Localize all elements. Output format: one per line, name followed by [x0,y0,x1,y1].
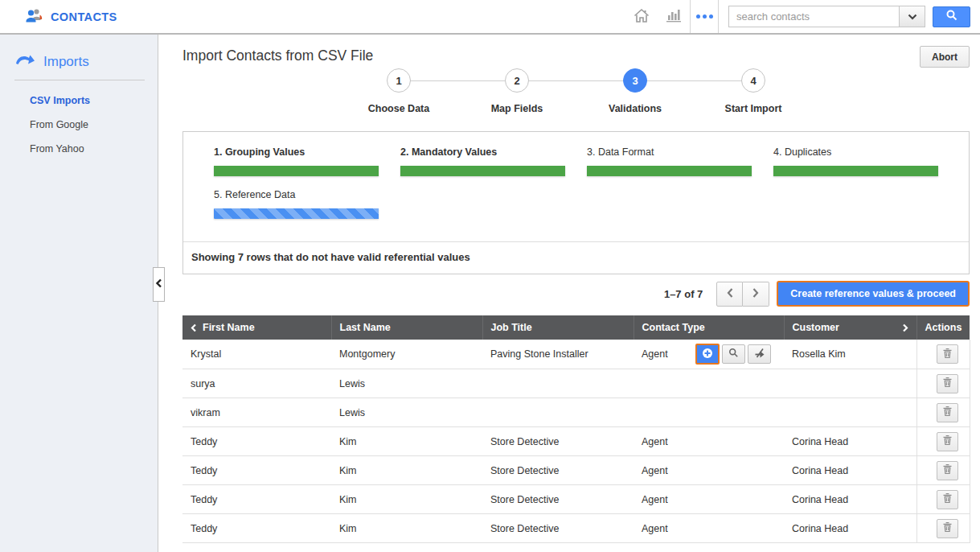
column-header-actions: Actions [916,315,970,340]
validation-duplicates: 4. Duplicates [773,146,938,176]
more-options-icon [696,14,713,19]
table-row: Teddy Kim Store Detective Agent Corina H… [182,485,970,514]
lookup-icon [728,348,739,360]
step-map-fields: 2 Map Fields [458,68,576,114]
table-row: Krystal Montgomery Paving Stone Installe… [182,340,970,369]
prev-page-icon [726,287,734,301]
app-title: CONTACTS [51,10,117,23]
step-circle-4: 4 [741,68,765,93]
lookup-button[interactable] [722,344,745,364]
collapse-sidebar-icon [155,278,162,290]
trash-icon [942,348,953,361]
skip-button[interactable] [748,344,771,364]
home-icon [633,7,650,27]
prev-page-button[interactable] [716,282,743,307]
trash-icon [942,406,953,419]
progress-bar-complete [400,166,565,176]
import-stepper: 1 Choose Data 2 Map Fields 3 Validations… [340,65,813,114]
sidebar-item-csv-imports[interactable]: CSV Imports [0,95,158,106]
validation-reference-data: 5. Reference Data [214,189,379,219]
trash-icon [942,463,953,477]
search-input[interactable] [728,6,899,27]
trash-icon [942,377,953,390]
step-circle-2: 2 [505,68,529,93]
search-button[interactable] [933,6,970,27]
dropdown-chevron-icon [908,10,917,23]
imports-arrow-icon [14,52,35,71]
delete-row-button[interactable] [937,519,958,538]
skip-icon [754,348,765,360]
delete-row-button[interactable] [937,344,958,364]
scroll-right-icon[interactable] [902,323,908,332]
progress-bar-complete [587,166,752,176]
step-start-import: 4 Start Import [695,68,813,114]
delete-row-button[interactable] [937,490,958,509]
search-bar [728,6,970,27]
sidebar-item-from-google[interactable]: From Google [0,119,158,130]
column-header-first-name: First Name [182,315,331,340]
search-icon [945,9,958,24]
step-circle-1: 1 [387,68,411,93]
add-reference-icon [702,348,713,361]
delete-row-button[interactable] [937,432,958,451]
validation-grouping-values: 1. Grouping Values [214,146,379,176]
invalid-rows-table: First Name Last Name Job Title Contact T… [182,315,970,543]
main-content: Import Contacts from CSV File Abort 1 Ch… [159,35,980,552]
progress-bar-in-progress [214,208,379,219]
sidebar-collapse-handle[interactable] [153,267,165,302]
validation-mandatory-values: 2. Mandatory Values [400,146,565,176]
step-validations: 3 Validations [576,68,695,114]
add-reference-button[interactable] [695,344,720,365]
validation-data-format: 3. Data Format [587,146,752,176]
column-header-last-name: Last Name [331,315,482,340]
reports-button[interactable] [658,0,690,33]
step-circle-3: 3 [623,68,647,93]
table-row: Teddy Kim Store Detective Agent Corina H… [182,514,970,543]
trash-icon [942,521,953,535]
table-row: Teddy Kim Store Detective Agent Corina H… [182,427,970,456]
results-toolbar: 1–7 of 7 Create reference values & proce… [182,281,970,307]
table-header-row: First Name Last Name Job Title Contact T… [182,315,970,340]
chart-icon [665,7,683,26]
topbar-actions [625,0,970,33]
contacts-people-icon [24,7,43,26]
validation-summary: Showing 7 rows that do not have valid re… [183,241,969,274]
sidebar-divider [14,80,145,80]
sidebar-section-header: Imports [0,35,158,80]
more-options-button[interactable] [690,0,719,33]
scroll-left-icon[interactable] [191,323,197,332]
next-page-icon [752,287,760,301]
delete-row-button[interactable] [937,374,958,393]
progress-bar-complete [773,166,938,176]
topbar: CONTACTS [0,0,980,35]
column-header-customer: Customer [784,315,916,340]
table-row: surya Lewis [182,369,970,398]
trash-icon [942,435,953,448]
create-reference-values-button[interactable]: Create reference values & proceed [777,281,970,307]
next-page-button[interactable] [743,282,769,307]
sidebar-section-title: Imports [43,54,89,70]
column-header-contact-type: Contact Type [634,315,784,340]
abort-button[interactable]: Abort [920,46,970,68]
progress-bar-complete [214,166,379,176]
sidebar: Imports CSV Imports From Google From Yah… [0,35,158,552]
home-button[interactable] [625,0,658,33]
delete-row-button[interactable] [937,461,958,480]
table-row: Teddy Kim Store Detective Agent Corina H… [182,456,970,485]
step-choose-data: 1 Choose Data [340,68,458,114]
sidebar-item-from-yahoo[interactable]: From Yahoo [0,143,158,154]
page-title: Import Contacts from CSV File [182,47,373,64]
search-scope-dropdown[interactable] [899,6,925,27]
app-brand: CONTACTS [24,7,117,26]
delete-row-button[interactable] [937,403,958,422]
pagination-range: 1–7 of 7 [664,288,703,300]
table-row: vikram Lewis [182,398,970,427]
validation-panel: 1. Grouping Values 2. Mandatory Values 3… [182,131,970,274]
column-header-job-title: Job Title [482,315,634,340]
trash-icon [942,492,953,506]
